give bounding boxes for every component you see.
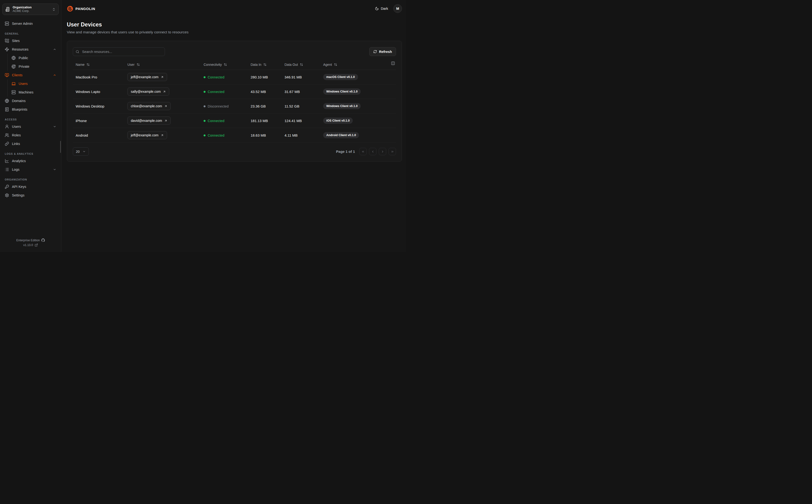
data-in-value: 23.36 GB [248,104,282,108]
sidebar-item-settings[interactable]: Settings [2,191,59,200]
column-header-data-in[interactable]: Data In [248,63,282,67]
sidebar-item-clients[interactable]: Clients [2,71,59,79]
table-header: Name User Connectivity Data In Data Out … [73,59,396,70]
resources-subgroup: Public Private [7,54,59,71]
data-in-value: 181.13 MB [248,119,282,123]
data-out-value: 346.91 MB [282,75,320,79]
avatar[interactable]: M [393,4,402,13]
sidebar-item-label: Analytics [12,159,56,163]
theme-label: Dark [381,7,388,10]
sidebar-footer: Enterprise Edition v1.13.0 [0,234,61,252]
sort-icon [136,63,140,66]
agent-badge: Windows Client v0.1.0 [323,88,361,95]
sidebar-item-label: Users [19,82,56,86]
sidebar-item-public[interactable]: Public [9,54,59,62]
page-head: User Devices View and manage devices tha… [62,13,406,34]
sidebar-item-users-devices[interactable]: Users [9,79,59,88]
monitor-up-icon [5,73,9,77]
sort-icon [263,63,267,66]
sidebar-item-links[interactable]: Links [2,139,59,148]
laptop-icon [11,82,16,86]
status-badge: Connected [204,75,225,79]
status-dot [204,120,206,122]
sidebar-item-users[interactable]: Users [2,122,59,131]
status-badge: Connected [204,119,225,123]
sidebar-item-label: Blueprints [12,108,56,111]
theme-toggle[interactable]: Dark [375,7,388,10]
arrow-up-right-icon [163,90,166,93]
github-icon[interactable] [41,238,45,242]
status-badge: Connected [204,90,225,94]
sidebar-item-api-keys[interactable]: API Keys [2,182,59,191]
main-content: PANGOLIN Dark M User Devices View and ma… [62,0,406,252]
sidebar-item-sites[interactable]: Sites [2,36,59,45]
data-in-value: 18.63 MB [248,133,282,137]
sidebar-item-label: Sites [12,39,56,43]
sidebar-scrollbar-thumb[interactable] [60,141,61,153]
device-name: MacBook Pro [73,75,124,79]
user-link-button[interactable]: david@example.com [127,117,171,125]
sidebar-item-logs[interactable]: Logs [2,165,59,174]
sidebar-item-label: Users [12,125,50,129]
version-label: v1.13.0 [23,243,33,247]
sort-icon [86,63,90,66]
user-link-button[interactable]: jeff@example.com [127,131,167,139]
device-name: Android [73,133,124,137]
next-page-button[interactable] [379,148,386,155]
sidebar-item-private[interactable]: Private [9,62,59,71]
section-label-logs-analytics: LOGS & ANALYTICS [5,152,56,155]
external-link-icon[interactable] [35,243,38,247]
status-badge: Connected [204,134,225,137]
agent-badge: macOS Client v0.1.0 [323,74,358,80]
page-subtitle: View and manage devices that users use t… [67,30,401,34]
arrow-up-right-icon [161,134,164,137]
brand[interactable]: PANGOLIN [67,5,95,12]
chevron-down-icon [53,168,56,171]
sidebar-item-label: Domains [12,99,56,103]
page-size-select[interactable]: 20 [73,147,89,156]
list-icon [5,167,9,172]
chevrons-up-down-icon [52,8,56,11]
sidebar-item-resources[interactable]: Resources [2,45,59,54]
chevron-left-icon [371,150,375,153]
topbar: PANGOLIN Dark M [62,0,406,13]
data-out-value: 124.41 MB [282,119,320,123]
chevron-down-icon [53,125,56,128]
card-toolbar: Refresh [73,47,396,56]
org-label: Organization [13,6,50,9]
sidebar-item-label: Resources [12,47,50,51]
sidebar-item-domains[interactable]: Domains [2,97,59,105]
sidebar-item-roles[interactable]: Roles [2,131,59,139]
sidebar-item-label: Machines [19,90,56,94]
sidebar-item-server-admin[interactable]: Server Admin [2,19,59,28]
page-title: User Devices [67,21,401,28]
card-footer: 20 Page 1 of 1 [73,147,396,156]
refresh-button[interactable]: Refresh [369,47,396,56]
gear-icon [5,193,9,197]
sidebar-item-machines[interactable]: Machines [9,88,59,97]
device-name: Windows Lapto [73,90,124,94]
arrow-up-right-icon [161,76,164,79]
user-link-button[interactable]: jeff@example.com [127,73,167,81]
search-input[interactable] [73,47,165,56]
prev-page-button[interactable] [369,148,376,155]
last-page-button[interactable] [389,148,396,155]
column-header-data-out[interactable]: Data Out [282,63,320,67]
column-header-connectivity[interactable]: Connectivity [201,63,248,67]
user-link-button[interactable]: chloe@example.com [127,102,171,110]
sidebar-item-label: Server Admin [12,22,56,26]
sidebar-item-analytics[interactable]: Analytics [2,157,59,165]
globe-icon [5,99,9,103]
column-header-user[interactable]: User [124,63,201,67]
section-label-organization: ORGANIZATION [5,178,56,181]
sidebar-nav: Server Admin GENERAL Sites Resources Pub… [0,17,61,234]
org-selector[interactable]: Organization ACME Corp. [2,4,59,15]
refresh-icon [373,50,377,53]
sidebar-item-blueprints[interactable]: Blueprints [2,105,59,114]
column-header-agent[interactable]: Agent [320,63,396,67]
columns-toggle-button[interactable] [391,61,395,66]
user-link-button[interactable]: sally@example.com [127,87,169,96]
first-page-button[interactable] [359,148,367,155]
globe-lock-icon [11,64,16,69]
column-header-name[interactable]: Name [73,63,124,67]
